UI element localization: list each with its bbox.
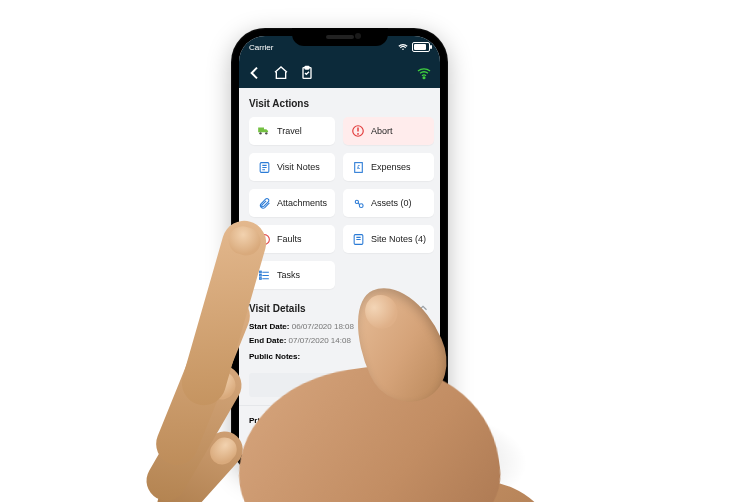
travel-label: Travel	[277, 126, 302, 136]
clipboard-icon[interactable]	[299, 65, 315, 81]
svg-point-2	[423, 77, 425, 79]
abort-tile[interactable]: Abort	[343, 117, 434, 145]
public-notes-label: Public Notes:	[249, 352, 300, 361]
attachments-label: Attachments	[277, 198, 327, 208]
nav-bar	[239, 58, 440, 88]
screen: Carrier Visit Actions	[239, 36, 440, 468]
actions-grid: Travel Abort Visit Notes £	[239, 117, 440, 289]
expenses-label: Expenses	[371, 162, 411, 172]
battery-icon	[412, 42, 430, 52]
svg-point-3	[259, 132, 261, 134]
fault-icon	[257, 232, 271, 246]
paperclip-icon	[257, 196, 271, 210]
note-icon	[257, 160, 271, 174]
start-date-row: Start Date: 06/07/2020 18:08	[249, 315, 430, 333]
receipt-icon: £	[351, 160, 365, 174]
alert-icon	[351, 124, 365, 138]
assets-label: Assets (0)	[371, 198, 412, 208]
chevron-up-icon[interactable]	[416, 301, 430, 315]
abort-label: Abort	[371, 126, 393, 136]
home-icon[interactable]	[273, 65, 289, 81]
end-date-label: End Date:	[249, 336, 286, 345]
visit-details-section: Visit Details Start Date: 06/07/2020 18:…	[239, 289, 440, 369]
faults-label: Faults	[277, 234, 302, 244]
svg-point-18	[263, 241, 265, 243]
visit-actions-title: Visit Actions	[239, 88, 440, 117]
start-date-label: Start Date:	[249, 322, 289, 331]
public-notes-box[interactable]	[249, 373, 430, 397]
truck-icon	[257, 124, 271, 138]
asset-icon	[351, 196, 365, 210]
visit-notes-tile[interactable]: Visit Notes	[249, 153, 335, 181]
private-notes-label: Private Notes:	[239, 406, 440, 425]
svg-point-15	[359, 203, 363, 207]
site-notes-label: Site Notes (4)	[371, 234, 426, 244]
svg-rect-25	[259, 271, 261, 273]
svg-rect-27	[259, 277, 261, 279]
carrier-label: Carrier	[249, 43, 273, 52]
visit-details-title: Visit Details	[249, 303, 306, 314]
connection-wifi-icon	[416, 65, 432, 81]
notch	[292, 28, 388, 46]
expenses-tile[interactable]: £ Expenses	[343, 153, 434, 181]
site-note-icon	[351, 232, 365, 246]
back-icon[interactable]	[247, 65, 263, 81]
travel-tile[interactable]: Travel	[249, 117, 335, 145]
faults-tile[interactable]: Faults	[249, 225, 335, 253]
svg-rect-1	[305, 66, 309, 69]
tasks-tile[interactable]: Tasks	[249, 261, 335, 289]
phone-frame: Carrier Visit Actions	[231, 28, 448, 476]
content: Visit Actions Travel Abort	[239, 88, 440, 468]
ios-wifi-icon	[398, 43, 408, 51]
svg-text:£: £	[357, 165, 360, 170]
start-date-value: 06/07/2020 18:08	[292, 322, 354, 331]
svg-point-4	[265, 132, 267, 134]
tasks-label: Tasks	[277, 270, 300, 280]
tasks-icon	[257, 268, 271, 282]
svg-point-7	[357, 133, 359, 135]
assets-tile[interactable]: Assets (0)	[343, 189, 434, 217]
visit-notes-label: Visit Notes	[277, 162, 320, 172]
site-notes-tile[interactable]: Site Notes (4)	[343, 225, 434, 253]
attachments-tile[interactable]: Attachments	[249, 189, 335, 217]
public-notes-row: Public Notes:	[249, 347, 430, 363]
end-date-value: 07/07/2020 14:08	[289, 336, 351, 345]
svg-rect-26	[259, 274, 261, 276]
end-date-row: End Date: 07/07/2020 14:08	[249, 333, 430, 347]
